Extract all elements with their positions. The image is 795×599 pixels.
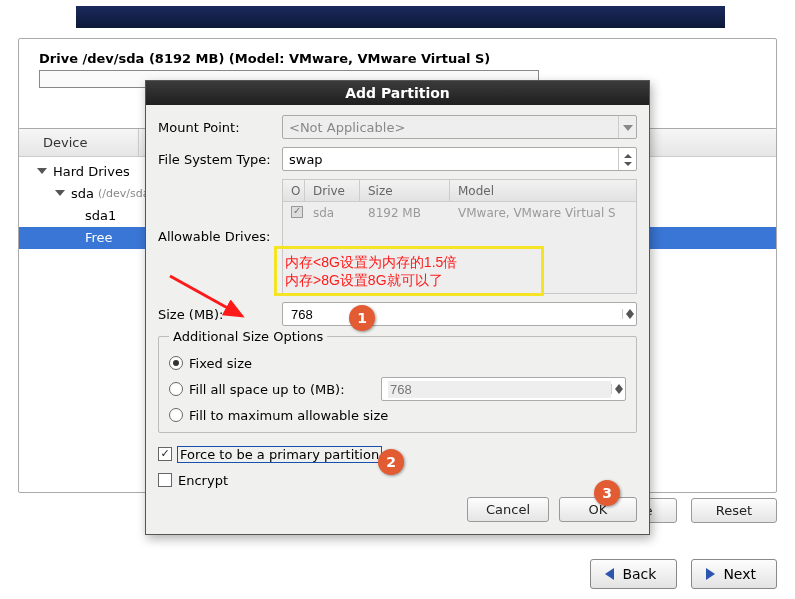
row-allowable-drives: Allowable Drives: O Drive Size Model sda… (158, 179, 637, 294)
chevron-down-icon (626, 314, 634, 319)
radio-icon (169, 356, 183, 370)
aso-title: Additional Size Options (169, 329, 327, 344)
spin-buttons[interactable] (622, 309, 636, 319)
next-label: Next (723, 566, 756, 582)
row-size: Size (MB): (158, 302, 637, 326)
radio-fill-max[interactable]: Fill to maximum allowable size (169, 402, 626, 428)
mount-point-combo: <Not Applicable> (282, 115, 637, 139)
checkbox-icon (158, 447, 172, 461)
installer-banner (76, 6, 725, 28)
allowable-drives-label: Allowable Drives: (158, 229, 282, 244)
mount-point-value: <Not Applicable> (289, 120, 405, 135)
drives-table-row[interactable]: sda 8192 MB VMware, VMware Virtual S (283, 202, 636, 224)
reset-button[interactable]: Reset (691, 498, 777, 523)
back-label: Back (622, 566, 656, 582)
drives-header-drive: Drive (305, 180, 360, 201)
spin-buttons (611, 384, 625, 394)
fs-type-combo[interactable]: swap (282, 147, 637, 171)
fillup-spinner (381, 377, 626, 401)
drives-row-drive: sda (305, 206, 360, 220)
checkbox-icon (291, 206, 303, 218)
tree-label: Free (85, 227, 113, 249)
radio-fillup-label: Fill all space up to (MB): (189, 382, 375, 397)
fillup-input (388, 381, 611, 398)
tree-label: Hard Drives (53, 161, 130, 183)
arrow-left-icon (605, 568, 614, 580)
drives-row-model: VMware, VMware Virtual S (450, 206, 636, 220)
chevron-down-icon (618, 116, 636, 138)
radio-icon (169, 382, 183, 396)
dialog-button-row: Cancel OK (158, 497, 637, 522)
radio-fill-up-to[interactable]: Fill all space up to (MB): (169, 376, 626, 402)
drives-header-size: Size (360, 180, 450, 201)
updown-icon (618, 148, 636, 170)
cancel-button[interactable]: Cancel (467, 497, 549, 522)
radio-fillmax-label: Fill to maximum allowable size (189, 408, 388, 423)
size-spinner[interactable] (282, 302, 637, 326)
dialog-body: Mount Point: <Not Applicable> File Syste… (146, 105, 649, 534)
checkbox-force-primary[interactable]: Force to be a primary partition (158, 441, 637, 467)
mount-point-label: Mount Point: (158, 120, 282, 135)
drives-header-chk: O (283, 180, 305, 201)
checkbox-encrypt[interactable]: Encrypt (158, 467, 637, 493)
tree-header-device[interactable]: Device (19, 129, 139, 157)
next-button[interactable]: Next (691, 559, 777, 589)
fs-type-label: File System Type: (158, 152, 282, 167)
additional-size-options: Additional Size Options Fixed size Fill … (158, 336, 637, 433)
radio-fixed-size[interactable]: Fixed size (169, 350, 626, 376)
size-input[interactable] (289, 306, 622, 323)
back-button[interactable]: Back (590, 559, 677, 589)
tree-label: sda1 (85, 205, 116, 227)
chevron-down-icon (37, 168, 47, 174)
force-primary-label: Force to be a primary partition (178, 447, 381, 462)
drive-info-text: Drive /dev/sda (8192 MB) (Model: VMware,… (39, 51, 756, 66)
chevron-down-icon (55, 190, 65, 196)
tree-label: sda (71, 183, 94, 205)
encrypt-label: Encrypt (178, 473, 228, 488)
drives-row-size: 8192 MB (360, 206, 450, 220)
checkbox-icon (158, 473, 172, 487)
chevron-down-icon (615, 389, 623, 394)
drives-table-header: O Drive Size Model (283, 180, 636, 202)
radio-fixed-label: Fixed size (189, 356, 252, 371)
allowable-drives-table: O Drive Size Model sda 8192 MB VMware, V… (282, 179, 637, 294)
ok-button[interactable]: OK (559, 497, 637, 522)
row-fs-type: File System Type: swap (158, 147, 637, 171)
arrow-right-icon (706, 568, 715, 580)
add-partition-dialog: Add Partition Mount Point: <Not Applicab… (145, 80, 650, 535)
fs-type-value: swap (289, 152, 323, 167)
row-mount-point: Mount Point: <Not Applicable> (158, 115, 637, 139)
size-label: Size (MB): (158, 307, 282, 322)
radio-icon (169, 408, 183, 422)
wizard-nav: Back Next (590, 559, 777, 589)
dialog-title: Add Partition (146, 81, 649, 105)
drives-header-model: Model (450, 180, 636, 201)
